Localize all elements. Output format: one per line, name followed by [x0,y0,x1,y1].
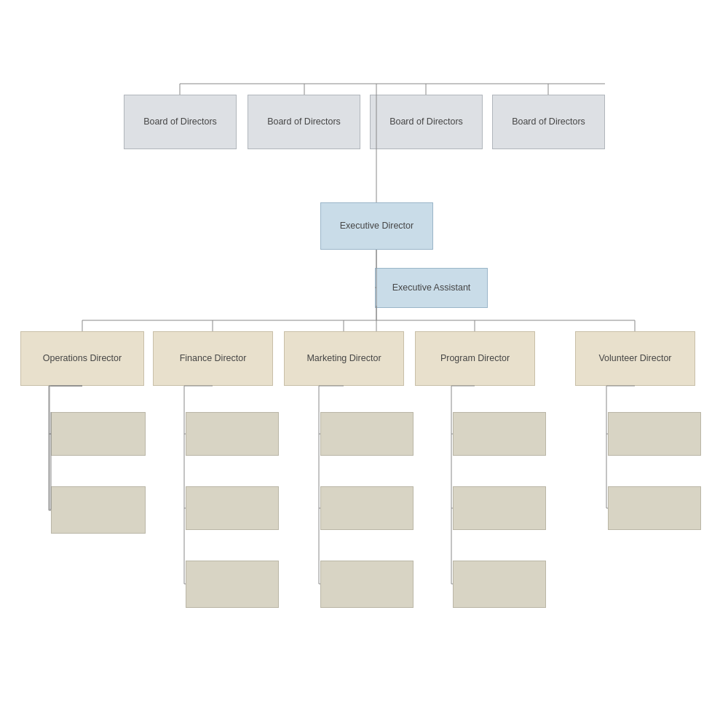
ops-sub-1 [51,412,146,456]
volunteer-sub-2 [608,486,701,530]
board-node-1: Board of Directors [124,95,237,149]
ops-director-node: Operations Director [20,331,144,386]
exec-assistant-node: Executive Assistant [375,268,488,308]
finance-sub-2 [186,486,279,530]
marketing-sub-3 [320,561,414,608]
board-node-3: Board of Directors [370,95,483,149]
marketing-sub-2 [320,486,414,530]
program-director-node: Program Director [415,331,535,386]
finance-director-node: Finance Director [153,331,273,386]
finance-sub-1 [186,412,279,456]
volunteer-sub-1 [608,412,701,456]
program-sub-3 [453,561,546,608]
finance-sub-3 [186,561,279,608]
program-sub-2 [453,486,546,530]
board-node-4: Board of Directors [492,95,605,149]
volunteer-director-node: Volunteer Director [575,331,695,386]
marketing-director-node: Marketing Director [284,331,404,386]
marketing-sub-1 [320,412,414,456]
org-chart: Board of Directors Board of Directors Bo… [0,0,728,728]
exec-director-node: Executive Director [320,202,433,250]
program-sub-1 [453,412,546,456]
board-node-2: Board of Directors [248,95,360,149]
ops-sub-2 [51,486,146,534]
